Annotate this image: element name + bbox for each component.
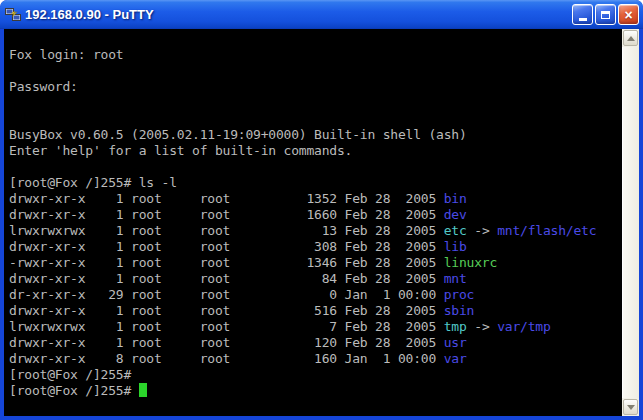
terminal-line: drwxr-xr-x 1 root root 1352 Feb 28 2005 … [9, 191, 622, 207]
terminal-line: dr-xr-xr-x 29 root root 0 Jan 1 00:00 pr… [9, 287, 622, 303]
filename: tmp [444, 319, 467, 334]
terminal-text: [root@Fox /]255# [9, 367, 131, 382]
terminal-line: Fox login: root [9, 47, 622, 63]
terminal-line [9, 31, 622, 47]
filename: mnt [444, 271, 467, 286]
filename: bin [444, 191, 467, 206]
terminal-text: dr-xr-xr-x 29 root root 0 Jan 1 00:00 [9, 287, 444, 302]
terminal-line [9, 159, 622, 175]
close-icon: × [624, 8, 632, 22]
terminal-text: drwxr-xr-x 1 root root 84 Feb 28 2005 [9, 271, 444, 286]
symlink-target: mnt/flash/etc [497, 223, 596, 238]
filename: dev [444, 207, 467, 222]
terminal-output: Fox login: rootPassword:BusyBox v0.60.5 … [9, 31, 622, 399]
terminal-line: drwxr-xr-x 1 root root 516 Feb 28 2005 s… [9, 303, 622, 319]
terminal-screen[interactable]: Fox login: rootPassword:BusyBox v0.60.5 … [4, 29, 622, 416]
terminal-line: -rwxr-xr-x 1 root root 1346 Feb 28 2005 … [9, 255, 622, 271]
putty-app-icon-svg [5, 7, 21, 23]
minimize-icon [579, 18, 587, 21]
terminal-text: drwxr-xr-x 1 root root 1352 Feb 28 2005 [9, 191, 444, 206]
symlink-arrow: -> [467, 223, 498, 238]
maximize-icon [601, 11, 610, 19]
terminal-line: [root@Fox /]255# [9, 367, 622, 383]
terminal-line: drwxr-xr-x 1 root root 308 Feb 28 2005 l… [9, 239, 622, 255]
window-controls: × [572, 4, 639, 25]
terminal-text: BusyBox v0.60.5 (2005.02.11-19:09+0000) … [9, 127, 467, 142]
close-button[interactable]: × [618, 4, 639, 25]
filename: linuxrc [444, 255, 497, 270]
putty-window: 192.168.0.90 - PuTTY × Fox login: rootPa… [0, 0, 643, 420]
scroll-up-button[interactable] [623, 30, 638, 46]
scroll-down-icon [627, 405, 635, 410]
filename: proc [444, 287, 475, 302]
symlink-arrow: -> [467, 319, 498, 334]
terminal-line: [root@Fox /]255# [9, 383, 622, 399]
terminal-line: drwxr-xr-x 1 root root 1660 Feb 28 2005 … [9, 207, 622, 223]
terminal-line: Password: [9, 79, 622, 95]
terminal-text: lrwxrwxrwx 1 root root 7 Feb 28 2005 [9, 319, 444, 334]
terminal-text: drwxr-xr-x 1 root root 1660 Feb 28 2005 [9, 207, 444, 222]
filename: sbin [444, 303, 475, 318]
terminal-text: Password: [9, 79, 78, 94]
shell-prompt: [root@Fox /]255# [9, 383, 139, 398]
scrollbar-track[interactable] [622, 47, 639, 398]
terminal-text: drwxr-xr-x 1 root root 516 Feb 28 2005 [9, 303, 444, 318]
terminal-text: [root@Fox /]255# ls -l [9, 175, 177, 190]
terminal-line: drwxr-xr-x 1 root root 120 Feb 28 2005 u… [9, 335, 622, 351]
terminal-line: [root@Fox /]255# ls -l [9, 175, 622, 191]
scroll-down-button[interactable] [623, 399, 638, 415]
terminal-text: lrwxrwxrwx 1 root root 13 Feb 28 2005 [9, 223, 444, 238]
maximize-button[interactable] [595, 4, 616, 25]
title-bar[interactable]: 192.168.0.90 - PuTTY × [0, 0, 643, 29]
terminal-line [9, 63, 622, 79]
scroll-up-icon [627, 36, 635, 41]
putty-app-icon[interactable] [5, 7, 21, 23]
symlink-target: var/tmp [497, 319, 550, 334]
terminal-line: lrwxrwxrwx 1 root root 7 Feb 28 2005 tmp… [9, 319, 622, 335]
terminal-line: BusyBox v0.60.5 (2005.02.11-19:09+0000) … [9, 127, 622, 143]
terminal-line: drwxr-xr-x 1 root root 84 Feb 28 2005 mn… [9, 271, 622, 287]
filename: usr [444, 335, 467, 350]
scrollbar[interactable] [622, 29, 639, 416]
minimize-button[interactable] [572, 4, 593, 25]
terminal-text: drwxr-xr-x 8 root root 160 Jan 1 00:00 [9, 351, 444, 366]
terminal-text: drwxr-xr-x 1 root root 308 Feb 28 2005 [9, 239, 444, 254]
terminal-line [9, 95, 622, 111]
terminal-client-area: Fox login: rootPassword:BusyBox v0.60.5 … [4, 29, 639, 416]
filename: etc [444, 223, 467, 238]
terminal-cursor [139, 383, 147, 397]
terminal-text: Fox login: root [9, 47, 123, 62]
terminal-line [9, 111, 622, 127]
terminal-line: lrwxrwxrwx 1 root root 13 Feb 28 2005 et… [9, 223, 622, 239]
filename: var [444, 351, 467, 366]
filename: lib [444, 239, 467, 254]
terminal-text: drwxr-xr-x 1 root root 120 Feb 28 2005 [9, 335, 444, 350]
terminal-line: drwxr-xr-x 8 root root 160 Jan 1 00:00 v… [9, 351, 622, 367]
terminal-text: Enter 'help' for a list of built-in comm… [9, 143, 352, 158]
terminal-text: -rwxr-xr-x 1 root root 1346 Feb 28 2005 [9, 255, 444, 270]
window-title: 192.168.0.90 - PuTTY [25, 7, 572, 22]
terminal-line: Enter 'help' for a list of built-in comm… [9, 143, 622, 159]
